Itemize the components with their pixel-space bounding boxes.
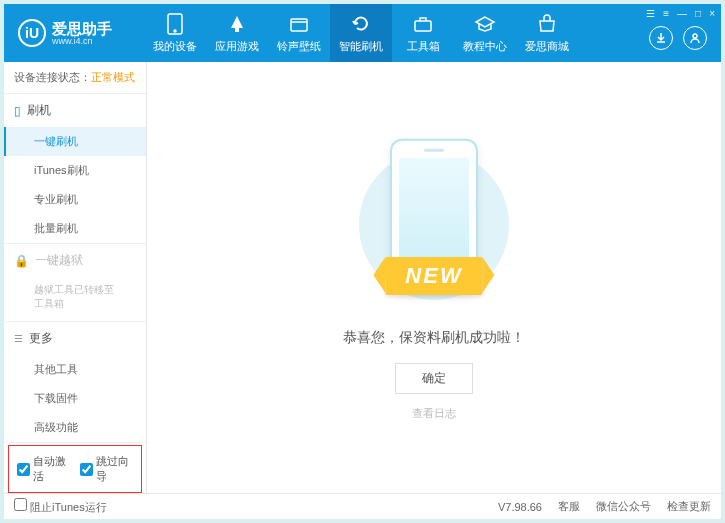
confirm-button[interactable]: 确定 <box>395 363 473 394</box>
skin-button[interactable]: ☰ <box>646 8 655 19</box>
jailbreak-note: 越狱工具已转移至 工具箱 <box>4 277 146 321</box>
nav-ringtones[interactable]: 铃声壁纸 <box>268 4 330 62</box>
hamburger-icon: ☰ <box>14 333 23 344</box>
folder-icon <box>288 13 310 35</box>
refresh-icon <box>350 13 372 35</box>
logo[interactable]: iU 爱思助手 www.i4.cn <box>4 19 144 47</box>
nav-apps[interactable]: 应用游戏 <box>206 4 268 62</box>
svg-point-4 <box>693 34 697 38</box>
service-link[interactable]: 客服 <box>558 499 580 514</box>
maximize-button[interactable]: □ <box>695 8 701 19</box>
options-row: 自动激活 跳过向导 <box>8 445 142 493</box>
phone-icon <box>164 13 186 35</box>
more-group: ☰ 更多 其他工具 下载固件 高级功能 <box>4 322 146 443</box>
nav-tutorials[interactable]: 教程中心 <box>454 4 516 62</box>
main-content: NEW 恭喜您，保资料刷机成功啦！ 确定 查看日志 <box>147 62 721 493</box>
sidebar-item-advanced[interactable]: 高级功能 <box>4 413 146 442</box>
nav-flash[interactable]: 智能刷机 <box>330 4 392 62</box>
flash-group: ▯ 刷机 一键刷机 iTunes刷机 专业刷机 批量刷机 <box>4 94 146 244</box>
store-icon <box>536 13 558 35</box>
svg-rect-3 <box>415 21 431 31</box>
jailbreak-header[interactable]: 🔒 一键越狱 <box>4 244 146 277</box>
download-button[interactable] <box>649 26 673 50</box>
titlebar-controls: ☰ ≡ — □ × <box>646 8 715 19</box>
user-button[interactable] <box>683 26 707 50</box>
app-window: iU 爱思助手 www.i4.cn 我的设备 应用游戏 铃声壁纸 智能刷机 <box>4 4 721 519</box>
apps-icon <box>226 13 248 35</box>
svg-rect-2 <box>291 19 307 31</box>
success-message: 恭喜您，保资料刷机成功啦！ <box>343 329 525 347</box>
nav-my-device[interactable]: 我的设备 <box>144 4 206 62</box>
update-link[interactable]: 检查更新 <box>667 499 711 514</box>
close-button[interactable]: × <box>709 8 715 19</box>
header: iU 爱思助手 www.i4.cn 我的设备 应用游戏 铃声壁纸 智能刷机 <box>4 4 721 62</box>
auto-activate-checkbox[interactable]: 自动激活 <box>17 454 70 484</box>
sidebar-item-download-fw[interactable]: 下载固件 <box>4 384 146 413</box>
sidebar-item-pro[interactable]: 专业刷机 <box>4 185 146 214</box>
header-right <box>649 26 707 50</box>
wechat-link[interactable]: 微信公众号 <box>596 499 651 514</box>
version-label: V7.98.66 <box>498 501 542 513</box>
top-nav: 我的设备 应用游戏 铃声壁纸 智能刷机 工具箱 教程中心 <box>144 4 578 62</box>
block-itunes-checkbox[interactable]: 阻止iTunes运行 <box>14 498 107 515</box>
nav-store[interactable]: 爱思商城 <box>516 4 578 62</box>
jailbreak-group: 🔒 一键越狱 越狱工具已转移至 工具箱 <box>4 244 146 322</box>
phone-illustration: NEW <box>334 135 534 315</box>
graduation-icon <box>474 13 496 35</box>
body: 设备连接状态：正常模式 ▯ 刷机 一键刷机 iTunes刷机 专业刷机 批量刷机… <box>4 62 721 493</box>
footer: 阻止iTunes运行 V7.98.66 客服 微信公众号 检查更新 <box>4 493 721 519</box>
nav-toolbox[interactable]: 工具箱 <box>392 4 454 62</box>
more-header[interactable]: ☰ 更多 <box>4 322 146 355</box>
new-ribbon: NEW <box>385 257 482 295</box>
phone-small-icon: ▯ <box>14 104 21 118</box>
sidebar-item-batch[interactable]: 批量刷机 <box>4 214 146 243</box>
minimize-button[interactable]: — <box>677 8 687 19</box>
skip-guide-checkbox[interactable]: 跳过向导 <box>80 454 133 484</box>
menu-button[interactable]: ≡ <box>663 8 669 19</box>
sidebar: 设备连接状态：正常模式 ▯ 刷机 一键刷机 iTunes刷机 专业刷机 批量刷机… <box>4 62 147 493</box>
app-url: www.i4.cn <box>52 36 112 46</box>
flash-header[interactable]: ▯ 刷机 <box>4 94 146 127</box>
view-log-link[interactable]: 查看日志 <box>412 406 456 421</box>
app-name: 爱思助手 <box>52 21 112 36</box>
sidebar-item-itunes[interactable]: iTunes刷机 <box>4 156 146 185</box>
toolbox-icon <box>412 13 434 35</box>
connection-status: 设备连接状态：正常模式 <box>4 62 146 94</box>
sidebar-item-other-tools[interactable]: 其他工具 <box>4 355 146 384</box>
lock-icon: 🔒 <box>14 254 29 268</box>
svg-point-1 <box>174 30 176 32</box>
sidebar-item-oneclick[interactable]: 一键刷机 <box>4 127 146 156</box>
logo-icon: iU <box>18 19 46 47</box>
